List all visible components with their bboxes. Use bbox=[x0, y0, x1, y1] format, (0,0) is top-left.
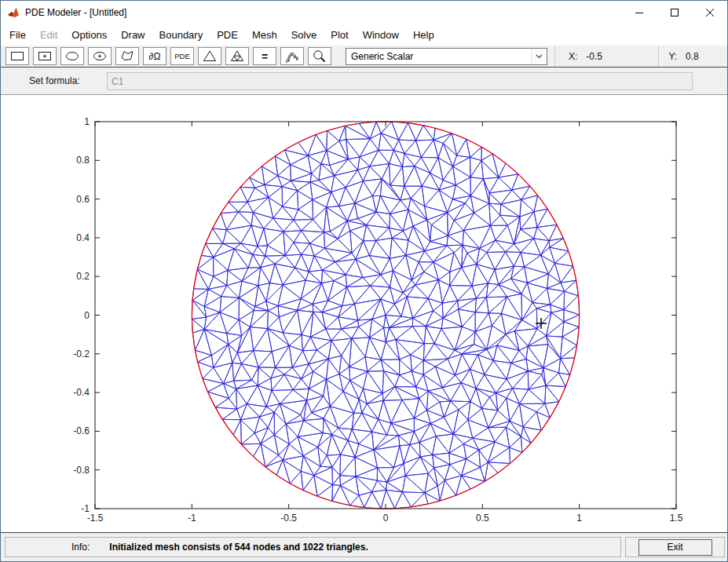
refine-mesh-icon bbox=[229, 48, 246, 64]
zoom-button[interactable] bbox=[308, 47, 331, 65]
close-icon bbox=[706, 9, 714, 16]
refine-mesh-button[interactable] bbox=[225, 47, 249, 65]
set-formula-row: Set formula: bbox=[1, 68, 727, 95]
y-tick-label: 0.4 bbox=[76, 232, 90, 243]
info-label: Info: bbox=[71, 542, 90, 553]
mesh-icon bbox=[201, 48, 218, 64]
rectangle-center-icon bbox=[36, 48, 53, 64]
ellipse-center-icon bbox=[91, 48, 108, 64]
menu-options[interactable]: Options bbox=[64, 26, 114, 44]
x-tick-label: 0.5 bbox=[476, 513, 489, 524]
x-tick-label: 0 bbox=[383, 513, 389, 524]
draw-rectangle-centered-button[interactable] bbox=[33, 47, 57, 65]
info-panel: Info: Initialized mesh consists of 544 n… bbox=[5, 537, 621, 557]
chevron-down-icon bbox=[531, 49, 546, 64]
plot3d-icon bbox=[284, 48, 301, 64]
y-tick-label: 0 bbox=[84, 310, 90, 321]
initialize-mesh-button[interactable] bbox=[198, 47, 221, 65]
solve-icon: = bbox=[262, 50, 268, 63]
x-tick-label: -1 bbox=[188, 513, 196, 524]
draw-polygon-button[interactable] bbox=[115, 47, 139, 65]
y-tick-label: 0.8 bbox=[76, 155, 90, 166]
menu-help[interactable]: Help bbox=[406, 26, 441, 44]
menu-draw[interactable]: Draw bbox=[114, 26, 152, 44]
plot-3d-button[interactable] bbox=[280, 47, 304, 65]
info-text: Initialized mesh consists of 544 nodes a… bbox=[109, 542, 368, 553]
x-tick-label: -1.5 bbox=[87, 513, 104, 524]
zoom-icon bbox=[311, 48, 328, 64]
y-tick-label: 1 bbox=[84, 116, 90, 127]
pde-modeler-window: PDE Modeler - [Untitled] FileEditOptions… bbox=[0, 0, 728, 562]
mesh-triangles bbox=[192, 122, 579, 509]
plot-canvas[interactable]: -1.5-1-0.500.511.5-1-0.8-0.6-0.4-0.200.2… bbox=[1, 95, 727, 532]
draw-ellipse-button[interactable] bbox=[60, 47, 84, 65]
titlebar: PDE Modeler - [Untitled] bbox=[1, 1, 727, 24]
window-controls bbox=[621, 1, 727, 24]
menu-pde[interactable]: PDE bbox=[210, 26, 245, 44]
boundary-icon: ∂Ω bbox=[149, 51, 161, 62]
plot-type-value: Generic Scalar bbox=[351, 51, 413, 62]
matlab-app-icon bbox=[7, 6, 20, 19]
x-coord-value: -0.5 bbox=[586, 51, 602, 62]
y-tick-label: -0.8 bbox=[73, 465, 90, 476]
set-formula-label: Set formula: bbox=[29, 75, 80, 86]
menu-plot[interactable]: Plot bbox=[324, 26, 355, 44]
minimize-button[interactable] bbox=[621, 1, 657, 24]
x-coord-label: X: bbox=[569, 51, 577, 62]
y-tick-label: -1 bbox=[81, 503, 90, 514]
exit-panel: Exit bbox=[625, 537, 725, 557]
y-tick-label: -0.2 bbox=[73, 349, 90, 359]
window-title: PDE Modeler - [Untitled] bbox=[25, 7, 126, 18]
pde-mode-button[interactable]: PDE bbox=[170, 47, 194, 65]
cursor-coordinates: X: -0.5 Y: 0.8 bbox=[554, 46, 727, 67]
maximize-button[interactable] bbox=[657, 1, 692, 24]
menu-mesh[interactable]: Mesh bbox=[245, 26, 284, 44]
menu-file[interactable]: File bbox=[2, 26, 33, 44]
x-tick-label: -0.5 bbox=[280, 513, 297, 524]
maximize-icon bbox=[671, 9, 679, 16]
polygon-icon bbox=[119, 48, 136, 64]
exit-button[interactable]: Exit bbox=[638, 539, 712, 556]
x-tick-label: 1 bbox=[576, 513, 582, 524]
minimize-icon bbox=[635, 9, 643, 16]
solve-pde-button[interactable]: = bbox=[253, 47, 276, 65]
menu-boundary[interactable]: Boundary bbox=[152, 26, 210, 44]
set-formula-input[interactable] bbox=[107, 72, 693, 90]
toolbar: ∂ΩPDE= Generic Scalar X: -0.5 Y: 0.8 bbox=[1, 46, 727, 68]
pde-icon: PDE bbox=[174, 52, 190, 60]
x-coordinate: X: -0.5 bbox=[555, 46, 658, 67]
y-tick-label: -0.4 bbox=[73, 387, 90, 398]
ellipse-icon bbox=[64, 48, 81, 64]
y-tick-label: 0.2 bbox=[76, 271, 90, 282]
toolbar-buttons: ∂ΩPDE= bbox=[1, 47, 331, 65]
y-tick-label: -0.6 bbox=[73, 425, 90, 436]
rectangle-icon bbox=[9, 48, 26, 64]
y-tick-label: 0.6 bbox=[76, 194, 90, 205]
draw-ellipse-centered-button[interactable] bbox=[88, 47, 112, 65]
plot-area: -1.5-1-0.500.511.5-1-0.8-0.6-0.4-0.200.2… bbox=[1, 95, 727, 532]
plot-type-select[interactable]: Generic Scalar bbox=[346, 48, 547, 65]
menu-window[interactable]: Window bbox=[356, 26, 406, 44]
menu-edit: Edit bbox=[33, 26, 64, 44]
menu-solve[interactable]: Solve bbox=[284, 26, 324, 44]
draw-rectangle-button[interactable] bbox=[5, 47, 29, 65]
y-coord-value: 0.8 bbox=[686, 51, 699, 62]
boundary-mode-button[interactable]: ∂Ω bbox=[143, 47, 166, 65]
close-button[interactable] bbox=[692, 1, 727, 24]
y-coordinate: Y: 0.8 bbox=[658, 46, 727, 67]
x-tick-label: 1.5 bbox=[670, 513, 683, 524]
y-coord-label: Y: bbox=[668, 51, 677, 62]
statusbar: Info: Initialized mesh consists of 544 n… bbox=[1, 532, 727, 561]
menubar: FileEditOptionsDrawBoundaryPDEMeshSolveP… bbox=[1, 24, 727, 46]
